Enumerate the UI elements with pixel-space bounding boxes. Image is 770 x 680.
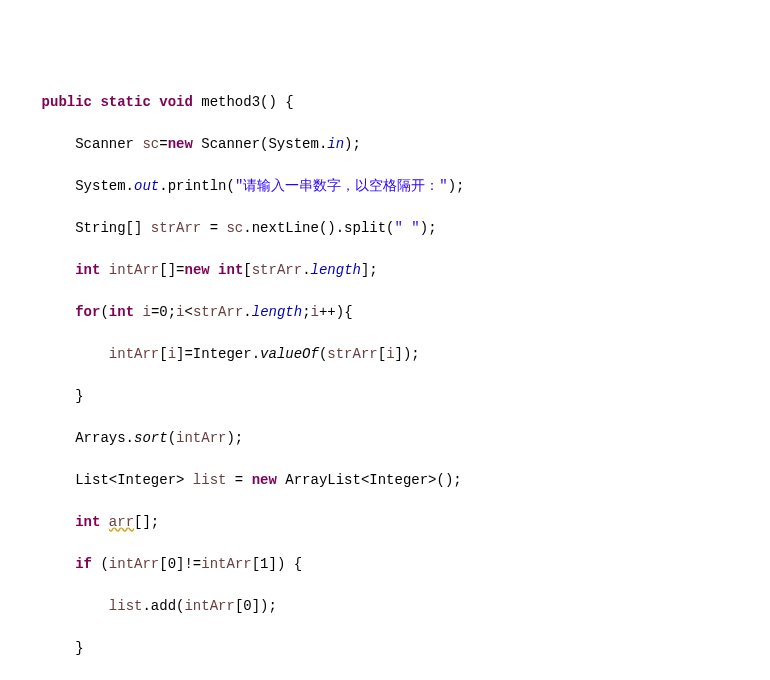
variable: intArr: [109, 556, 159, 572]
code-line: list.add(intArr[0]);: [8, 596, 762, 617]
variable: strArr: [327, 346, 377, 362]
variable: i: [386, 346, 394, 362]
variable: i: [311, 304, 319, 320]
keyword: int: [75, 514, 100, 530]
variable: sc: [142, 136, 159, 152]
variable: intArr: [109, 262, 159, 278]
variable: strArr: [252, 262, 302, 278]
variable: intArr: [184, 598, 234, 614]
variable: i: [168, 346, 176, 362]
keyword: for: [75, 304, 100, 320]
field: in: [327, 136, 344, 152]
variable: strArr: [151, 220, 201, 236]
code-line: Arrays.sort(intArr);: [8, 428, 762, 449]
code-line: }: [8, 386, 762, 407]
code-line: int arr[];: [8, 512, 762, 533]
code-line: if (intArr[0]!=intArr[1]) {: [8, 554, 762, 575]
keyword: if: [75, 556, 92, 572]
code-line: intArr[i]=Integer.valueOf(strArr[i]);: [8, 344, 762, 365]
variable-warning: arr: [109, 514, 134, 530]
variable: intArr: [201, 556, 251, 572]
field: length: [311, 262, 361, 278]
code-line: String[] strArr = sc.nextLine().split(" …: [8, 218, 762, 239]
code-line: int intArr[]=new int[strArr.length];: [8, 260, 762, 281]
code-line: public static void method3() {: [8, 92, 762, 113]
variable: intArr: [109, 346, 159, 362]
static-method: sort: [134, 430, 168, 446]
code-line: List<Integer> list = new ArrayList<Integ…: [8, 470, 762, 491]
string-literal: " ": [395, 220, 420, 236]
code-line: System.out.println("请输入一串数字，以空格隔开：");: [8, 176, 762, 197]
keyword: new int: [184, 262, 243, 278]
variable: i: [142, 304, 150, 320]
variable: list: [193, 472, 227, 488]
code-line: for(int i=0;i<strArr.length;i++){: [8, 302, 762, 323]
variable: strArr: [193, 304, 243, 320]
field: length: [252, 304, 302, 320]
keyword: int: [109, 304, 134, 320]
keyword: new: [168, 136, 193, 152]
keyword: new: [252, 472, 277, 488]
string-literal: "请输入一串数字，以空格隔开：": [235, 178, 448, 194]
method-signature: method3() {: [193, 94, 294, 110]
variable: sc: [226, 220, 243, 236]
keyword: int: [75, 262, 100, 278]
keyword: public static void: [42, 94, 193, 110]
field: out: [134, 178, 159, 194]
variable: list: [109, 598, 143, 614]
code-line: Scanner sc=new Scanner(System.in);: [8, 134, 762, 155]
static-method: valueOf: [260, 346, 319, 362]
variable: intArr: [176, 430, 226, 446]
variable: i: [176, 304, 184, 320]
code-line: }: [8, 638, 762, 659]
